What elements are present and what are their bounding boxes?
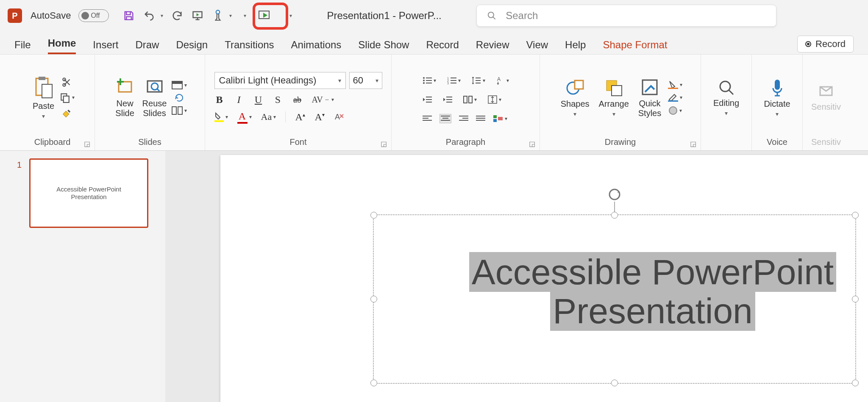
undo-dropdown-icon[interactable]: ▾ (161, 13, 163, 19)
underline-button[interactable]: U (253, 94, 264, 105)
columns-button[interactable]: ▾ (463, 96, 477, 103)
format-painter-button[interactable] (61, 107, 73, 119)
bold-button[interactable]: B (214, 94, 225, 105)
strikethrough-button[interactable]: ab (292, 95, 303, 105)
clipboard-launcher-icon[interactable]: ◲ (84, 140, 90, 148)
numbering-button[interactable]: 123▾ (447, 77, 461, 84)
char-spacing-button[interactable]: AV↔▾ (312, 95, 334, 105)
group-font: Calibri Light (Headings)▾ 60▾ B I U S ab… (205, 55, 392, 150)
align-text-button[interactable]: ▾ (488, 95, 501, 104)
tab-review[interactable]: Review (476, 39, 509, 54)
reuse-slides-button[interactable]: Reuse Slides (140, 78, 170, 118)
slide-thumbnail-panel[interactable]: 1 Accessible PowerPoint Presentation (0, 151, 165, 402)
qat-more-icon[interactable]: ▾ (244, 13, 246, 19)
group-voice: Dictate▾ Voice (752, 55, 803, 150)
grow-font-button[interactable]: A▴ (295, 111, 305, 123)
font-color-button[interactable]: A▾ (237, 111, 252, 124)
tab-slideshow[interactable]: Slide Show (358, 39, 409, 54)
present-from-beginning-icon[interactable] (191, 9, 204, 22)
svg-rect-46 (423, 118, 428, 119)
tab-shape-format[interactable]: Shape Format (603, 39, 667, 54)
svg-rect-48 (441, 116, 450, 116)
slide-canvas-area[interactable]: Accessible PowerPoint Presentation (165, 151, 868, 402)
line-spacing-button[interactable]: ▾ (472, 76, 485, 85)
resize-handle-s[interactable] (611, 380, 618, 386)
svg-rect-42 (464, 96, 467, 103)
smartart-convert-button[interactable]: ▾ (493, 115, 507, 122)
slide-thumbnail-1[interactable]: Accessible PowerPoint Presentation (29, 158, 148, 228)
font-size-combo[interactable]: 60▾ (349, 72, 382, 89)
increase-indent-button[interactable] (443, 96, 452, 103)
search-box[interactable] (476, 5, 776, 27)
touch-dropdown-icon[interactable]: ▾ (229, 13, 232, 19)
tab-file[interactable]: File (14, 39, 31, 54)
justify-button[interactable] (476, 115, 485, 122)
group-paragraph-label: Paragraph (446, 137, 485, 149)
section-button[interactable]: ▾ (172, 106, 187, 115)
paragraph-launcher-icon[interactable]: ◲ (529, 140, 535, 148)
tab-draw[interactable]: Draw (135, 39, 159, 54)
tab-design[interactable]: Design (176, 39, 208, 54)
align-right-button[interactable] (459, 115, 468, 122)
resize-handle-sw[interactable] (370, 380, 377, 386)
tab-home[interactable]: Home (48, 37, 76, 54)
decrease-indent-button[interactable] (423, 96, 432, 103)
resize-handle-ne[interactable] (852, 212, 859, 219)
resize-handle-nw[interactable] (370, 212, 377, 219)
paste-button[interactable]: Paste ▾ (30, 76, 57, 119)
resize-handle-se[interactable] (852, 380, 859, 386)
text-shadow-button[interactable]: S (273, 94, 283, 105)
shape-fill-button[interactable]: ▾ (668, 80, 682, 89)
tab-help[interactable]: Help (565, 39, 586, 54)
svg-rect-65 (668, 88, 678, 89)
tab-transitions[interactable]: Transitions (225, 39, 274, 54)
shapes-button[interactable]: Shapes▾ (558, 78, 592, 117)
redo-icon[interactable] (171, 9, 184, 22)
svg-rect-6 (42, 84, 52, 98)
font-name-combo[interactable]: Calibri Light (Headings)▾ (214, 72, 346, 89)
resize-handle-w[interactable] (370, 296, 377, 302)
drawing-launcher-icon[interactable]: ◲ (690, 140, 696, 148)
bullets-button[interactable]: ▾ (423, 77, 436, 84)
qat-customize-icon[interactable]: ▾ (289, 13, 292, 19)
search-input[interactable] (505, 9, 766, 22)
sensitivity-button[interactable]: Sensitiv (809, 83, 843, 112)
tab-animations[interactable]: Animations (291, 39, 342, 54)
layout-button[interactable]: ▾ (172, 81, 187, 89)
editing-button[interactable]: Editing▾ (711, 79, 742, 116)
arrange-button[interactable]: Arrange▾ (596, 78, 632, 117)
cut-button[interactable] (61, 77, 72, 88)
font-launcher-icon[interactable]: ◲ (381, 140, 387, 148)
touch-mode-icon[interactable] (211, 9, 224, 22)
new-slide-button[interactable]: New Slide (113, 78, 137, 118)
svg-rect-29 (451, 80, 456, 81)
align-left-button[interactable] (423, 115, 432, 122)
align-center-button[interactable] (440, 114, 451, 123)
thumbnail-number: 1 (17, 160, 22, 228)
rotate-handle-icon[interactable] (607, 187, 622, 202)
group-clipboard-label: Clipboard (34, 137, 71, 149)
undo-icon[interactable] (143, 9, 156, 22)
reset-button[interactable] (174, 94, 184, 102)
italic-button[interactable]: I (234, 94, 244, 105)
resize-handle-n[interactable] (611, 212, 618, 219)
shape-outline-button[interactable]: ▾ (668, 93, 682, 102)
slide[interactable]: Accessible PowerPoint Presentation (220, 155, 868, 402)
autosave-toggle[interactable]: Off (78, 9, 109, 22)
change-case-button[interactable]: Aa▾ (261, 111, 276, 122)
copy-button[interactable]: ▾ (59, 92, 75, 103)
save-icon[interactable] (122, 9, 135, 22)
dictate-button[interactable]: Dictate▾ (761, 78, 793, 117)
quick-styles-button[interactable]: Quick Styles (636, 78, 664, 118)
shape-effects-button[interactable]: ▾ (668, 106, 682, 115)
shrink-font-button[interactable]: A▾ (314, 111, 325, 123)
highlight-color-button[interactable]: ▾ (214, 112, 228, 122)
tab-record[interactable]: Record (426, 39, 459, 54)
app-icon: P (8, 8, 22, 23)
tab-view[interactable]: View (526, 39, 548, 54)
slide-title-text[interactable]: Accessible PowerPoint Presentation (437, 252, 868, 331)
tab-insert[interactable]: Insert (93, 39, 118, 54)
text-direction-button[interactable]: A▾ (496, 76, 509, 85)
record-button[interactable]: Record (797, 36, 854, 53)
clear-formatting-button[interactable]: A (334, 112, 344, 122)
